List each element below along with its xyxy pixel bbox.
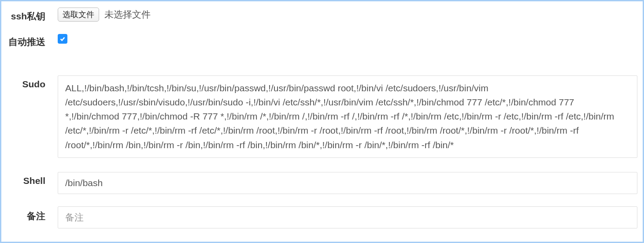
auto-push-checkbox[interactable]: [58, 34, 67, 44]
label-remark: 备注: [5, 206, 58, 222]
row-sudo: Sudo: [5, 75, 639, 160]
row-remark: 备注: [5, 206, 639, 228]
label-sudo: Sudo: [5, 75, 58, 90]
choose-file-button[interactable]: 选取文件: [58, 7, 99, 22]
sudo-field-wrap: [58, 75, 639, 160]
sudo-textarea[interactable]: [58, 75, 637, 158]
file-status-text: 未选择文件: [104, 8, 151, 21]
label-ssh-private-key: ssh私钥: [5, 7, 58, 22]
row-auto-push: 自动推送: [5, 32, 639, 48]
label-auto-push: 自动推送: [5, 32, 58, 48]
row-shell: Shell: [5, 172, 639, 194]
shell-field-wrap: [58, 172, 639, 194]
row-ssh-private-key: ssh私钥 选取文件 未选择文件: [5, 7, 639, 22]
checkbox-wrap: [58, 32, 639, 44]
shell-input[interactable]: [58, 172, 637, 194]
remark-input[interactable]: [58, 206, 637, 228]
remark-field-wrap: [58, 206, 639, 228]
file-picker-wrap: 选取文件 未选择文件: [58, 7, 639, 22]
check-icon: [59, 36, 66, 42]
label-shell: Shell: [5, 172, 58, 186]
